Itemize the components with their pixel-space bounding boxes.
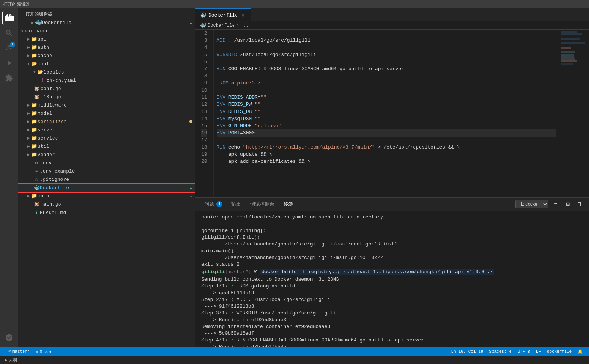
activity-run[interactable] bbox=[2, 56, 16, 70]
activity-source-control[interactable]: 2 bbox=[2, 41, 16, 55]
code-content[interactable]: ADD . /usr/local/go/src/giligili WORKDIR… bbox=[214, 30, 559, 197]
status-branch[interactable]: ⎇ master* bbox=[3, 347, 33, 356]
panel-tab-output[interactable]: 输出 bbox=[227, 198, 246, 211]
terminal-content[interactable]: panic: open conf/locales/zh-cn.yaml: no … bbox=[195, 211, 589, 347]
status-encoding[interactable]: UTF-8 bbox=[515, 347, 533, 356]
code-line-10 bbox=[217, 87, 556, 94]
panel-split-btn[interactable]: ⊞ bbox=[563, 200, 572, 209]
tree-item-readme[interactable]: ℹ README.md bbox=[18, 208, 195, 217]
env-3-space bbox=[225, 108, 228, 115]
conf-folder-icon: 📂 bbox=[31, 60, 38, 67]
tree-item-dockerfile[interactable]: 🐳 Dockerfile U bbox=[18, 184, 195, 192]
code-line-7: RUN CGO_ENABLED=0 GOOS=linux GOARCH=amd6… bbox=[217, 65, 556, 72]
conf-go-label: conf.go bbox=[41, 86, 195, 92]
term-percent: % bbox=[251, 269, 260, 275]
activity-extensions[interactable] bbox=[2, 71, 16, 85]
panel: 问题 1 输出 调试控制台 终端 1: docker bbox=[195, 197, 589, 347]
status-bar: ⎇ master* ⊗ 0 ⚠ 0 Ln 16, Col 19 Spaces: … bbox=[0, 347, 589, 356]
auth-label: auth bbox=[38, 45, 195, 50]
panel-trash-btn[interactable]: 🗑 bbox=[575, 200, 584, 209]
project-collapse-icon[interactable]: ▾ bbox=[21, 29, 24, 33]
service-label: service bbox=[38, 135, 195, 141]
main-badge: U bbox=[190, 193, 192, 199]
breadcrumb-section[interactable]: ... bbox=[240, 23, 249, 28]
tree-item-api[interactable]: ▶ 📁 api bbox=[18, 35, 195, 43]
tree-item-zh-cn-yaml[interactable]: ! zh-cn.yaml bbox=[18, 76, 195, 84]
spaces-label: Spaces: 4 bbox=[489, 349, 511, 354]
run-2-url: "http://mirrors.aliyun.com/alpine/v3.7/m… bbox=[243, 144, 375, 151]
model-chevron: ▶ bbox=[27, 110, 30, 116]
terminal-select[interactable]: 1: docker bbox=[515, 200, 548, 208]
warning-count: 0 bbox=[49, 349, 52, 354]
outline-label: 大纲 bbox=[9, 357, 17, 363]
tree-item-vendor[interactable]: ▶ 📁 vendor bbox=[18, 150, 195, 159]
env-5-eq: = bbox=[252, 122, 255, 129]
tree-item-model[interactable]: ▶ 📁 model bbox=[18, 109, 195, 117]
kw-env-1: ENV bbox=[217, 94, 225, 101]
tree-item-i18n-go[interactable]: 🐹 i18n.go bbox=[18, 93, 195, 101]
status-spaces[interactable]: Spaces: 4 bbox=[486, 347, 514, 356]
tab-dockerfile[interactable]: 🐳 Dockerfile ✕ bbox=[195, 8, 251, 21]
tree-item-conf[interactable]: ▾ 📂 conf bbox=[18, 60, 195, 68]
status-cursor[interactable]: Ln 16, Col 19 bbox=[448, 347, 486, 356]
env-example-label: .env.example bbox=[40, 168, 195, 174]
run-2-echo: echo bbox=[225, 144, 243, 151]
term-line-20: ---> Running in 67baeb17b54a bbox=[201, 344, 583, 347]
tree-item-cache[interactable]: ▶ 📁 cache bbox=[18, 51, 195, 60]
status-errors[interactable]: ⊗ 0 ⚠ 0 bbox=[33, 347, 54, 356]
panel-tab-terminal[interactable]: 终端 bbox=[279, 198, 298, 211]
status-lang[interactable]: dockerfile bbox=[544, 347, 575, 356]
activity-files[interactable] bbox=[2, 11, 16, 25]
conf-label: conf bbox=[38, 61, 195, 67]
outline-section[interactable]: ▶ 大纲 bbox=[0, 356, 589, 364]
editor-content[interactable]: 2 3 4 5 6 7 8 9 10 11 12 13 14 15 16 17 bbox=[195, 30, 589, 197]
sidebar: 打开的编辑器 ✕ 🐳 Dockerfile U ▾ GILIGILI ▶ 📁 a… bbox=[18, 8, 195, 347]
env-redis-db-key: REDIS_DB bbox=[228, 108, 252, 115]
vendor-folder-icon: 📁 bbox=[31, 151, 38, 158]
env-redis-pw-key: REDIS_PW bbox=[228, 101, 252, 108]
activity-search[interactable] bbox=[2, 26, 16, 40]
project-header[interactable]: ▾ GILIGILI bbox=[18, 27, 195, 35]
tree-item-gitignore[interactable]: ◌ .gitignore bbox=[18, 175, 195, 184]
code-line-2 bbox=[217, 30, 556, 37]
panel-add-btn[interactable]: + bbox=[551, 200, 560, 209]
status-notifications[interactable]: 🔔 bbox=[575, 347, 586, 356]
tree-item-serializer[interactable]: ▶ 📁 serializer bbox=[18, 117, 195, 126]
term-line-6: main.main() bbox=[201, 248, 583, 254]
tab-close-icon[interactable]: ✕ bbox=[240, 12, 246, 18]
tree-item-env-example[interactable]: ≡ .env.example bbox=[18, 167, 195, 175]
env-gin-mode-key: GIN_MODE bbox=[228, 122, 252, 129]
panel-tabs: 问题 1 输出 调试控制台 终端 1: docker bbox=[195, 198, 589, 211]
term-line-18: ---> 5c0b68a16edf bbox=[201, 330, 583, 337]
breadcrumb-file[interactable]: Dockerfile bbox=[208, 23, 235, 28]
tree-item-util[interactable]: ▶ 📁 util bbox=[18, 142, 195, 150]
serializer-chevron: ▶ bbox=[27, 119, 30, 125]
problems-badge: 1 bbox=[216, 201, 222, 207]
open-file-dockerfile[interactable]: ✕ 🐳 Dockerfile U bbox=[18, 18, 195, 27]
status-line-ending[interactable]: LF bbox=[533, 347, 544, 356]
env-3-eq: = bbox=[252, 108, 255, 115]
outline-chevron[interactable]: ▶ bbox=[5, 358, 7, 362]
tree-item-main-go[interactable]: 🐹 main.go bbox=[18, 200, 195, 208]
tree-item-auth[interactable]: ▶ 📁 auth bbox=[18, 43, 195, 51]
tree-item-middleware[interactable]: ▶ 📁 middleware bbox=[18, 101, 195, 109]
tree-item-locales[interactable]: ▾ 📂 locales bbox=[18, 68, 195, 76]
editor-area: 🐳 Dockerfile ✕ 🐳 Dockerfile › ... 2 3 4 … bbox=[195, 8, 589, 347]
cache-chevron: ▶ bbox=[27, 53, 30, 59]
open-editors-header[interactable]: 打开的编辑器 bbox=[18, 8, 195, 18]
dockerfile-close-icon[interactable]: ✕ bbox=[29, 19, 35, 26]
panel-tab-debug[interactable]: 调试控制台 bbox=[246, 198, 279, 211]
tree-item-server[interactable]: ▶ 📁 server bbox=[18, 126, 195, 134]
env-6-content: =3000 bbox=[240, 129, 255, 137]
tree-item-env[interactable]: ⚙ .env bbox=[18, 159, 195, 167]
server-label: server bbox=[38, 127, 195, 133]
term-command: docker build -t registry.ap-southeast-1.… bbox=[260, 269, 494, 275]
panel-tab-problems[interactable]: 问题 1 bbox=[200, 198, 227, 211]
branch-icon: ⎇ bbox=[6, 349, 11, 354]
tree-item-service[interactable]: ▶ 📁 service bbox=[18, 134, 195, 142]
env-icon: ⚙ bbox=[33, 159, 40, 166]
kw-add: ADD bbox=[217, 37, 225, 44]
tree-item-main[interactable]: ▶ 📁 main U bbox=[18, 192, 195, 200]
tree-item-conf-go[interactable]: 🐹 conf.go bbox=[18, 84, 195, 93]
activity-account[interactable] bbox=[2, 331, 16, 344]
